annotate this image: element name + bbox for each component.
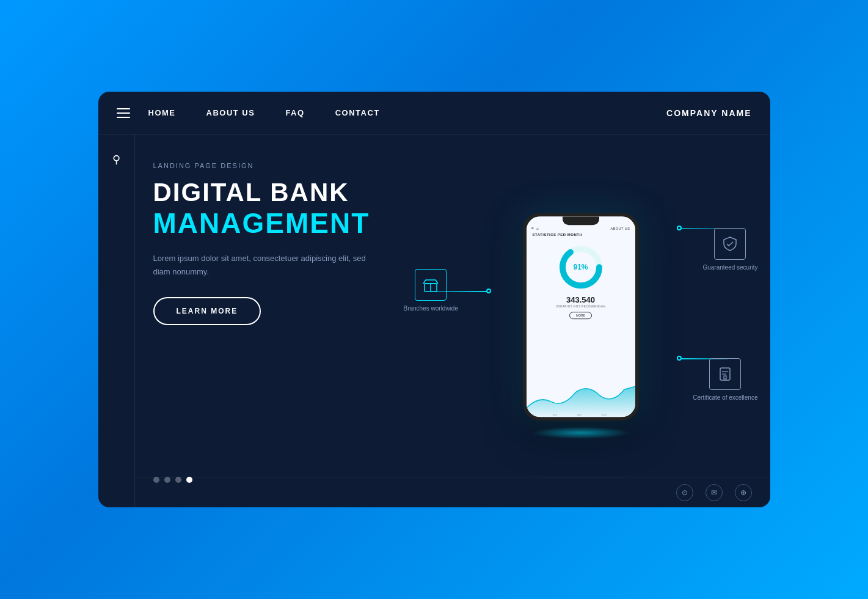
company-name: COMPANY NAME [666,108,751,118]
globe-icon-button[interactable]: ⊕ [735,484,752,501]
svg-rect-6 [724,376,726,379]
branches-callout: Branches worldwide [404,269,459,313]
phone-wave-chart: 800 840 880 0.00 [527,383,635,417]
phone-stat-number: 343.540 [566,295,595,304]
email-icon-button[interactable]: ✉ [706,484,723,501]
svg-text:880: 880 [577,413,582,416]
location-icon-button[interactable]: ⊙ [676,484,693,501]
svg-text:840: 840 [553,413,557,416]
security-icon-box [714,228,746,260]
learn-more-button[interactable]: LEARN MORE [153,297,261,325]
right-top-connector-dot [677,226,682,230]
certificate-callout: Certificate of excellence [693,358,757,402]
bottom-bar: ⊙ ✉ ⊕ [135,477,770,507]
shield-icon [721,235,739,252]
right-bottom-connector-dot [677,356,682,361]
sidebar: ⚲ [98,134,135,507]
left-panel: LANDING PAGE DESIGN DIGITAL BANK MANAGEM… [135,134,392,507]
phone-nav-icons: ≡ ⌕ [531,226,539,230]
hero-title-line1: DIGITAL BANK [153,178,367,207]
certificate-icon [717,366,734,383]
phone-glow [532,427,630,439]
page-subtitle: LANDING PAGE DESIGN [153,162,367,169]
branches-icon-box [415,269,447,301]
navbar: HOME ABOUT US FAQ CONTACT COMPANY NAME [98,92,770,134]
landing-card: HOME ABOUT US FAQ CONTACT COMPANY NAME ⚲… [98,92,770,507]
nav-faq[interactable]: FAQ [285,108,304,117]
phone-notch [563,216,599,225]
hamburger-menu[interactable] [117,108,130,118]
nav-contact[interactable]: CONTACT [335,108,380,117]
nav-links: HOME ABOUT US FAQ CONTACT [148,108,667,117]
svg-text:0.00: 0.00 [602,413,607,416]
phone-chart-area: 91% 343.540 USUARIOS NOS RECOMIENDAN MOR… [527,239,635,326]
svg-text:800: 800 [530,413,534,416]
phone-menu-icon: ≡ [531,226,534,230]
main-content: LANDING PAGE DESIGN DIGITAL BANK MANAGEM… [135,134,770,507]
phone-stat-sub: USUARIOS NOS RECOMIENDAN [556,305,606,308]
phone-stats-title: STATISTICS PER MONTH [527,233,635,239]
phone-nav-label: ABOUT US [610,227,630,230]
phone-screen: ≡ ⌕ ABOUT US STATISTICS PER MONTH [527,216,635,417]
phone-more-button[interactable]: MORE [569,312,592,319]
certificate-icon-box [709,358,741,390]
security-label: Guaranteed security [702,263,757,272]
store-icon [422,276,439,293]
hero-title-line2: MANAGEMENT [153,207,367,240]
right-panel: Branches worldwide Guaranteed security [392,134,770,507]
donut-chart: 91% [556,243,605,292]
donut-percent: 91% [573,263,588,271]
certificate-label: Certificate of excellence [693,394,757,402]
phone-mockup: ≡ ⌕ ABOUT US STATISTICS PER MONTH [523,213,639,421]
phone-search-icon: ⌕ [536,226,539,230]
nav-about[interactable]: ABOUT US [206,108,255,117]
nav-home[interactable]: HOME [148,108,176,117]
branches-label: Branches worldwide [404,304,459,313]
phone-device: ≡ ⌕ ABOUT US STATISTICS PER MONTH [523,213,639,421]
hero-description: Lorem ipsum dolor sit amet, consectetuer… [153,252,367,279]
left-connector-dot [486,288,491,293]
security-callout: Guaranteed security [702,228,757,272]
search-icon[interactable]: ⚲ [112,153,120,166]
